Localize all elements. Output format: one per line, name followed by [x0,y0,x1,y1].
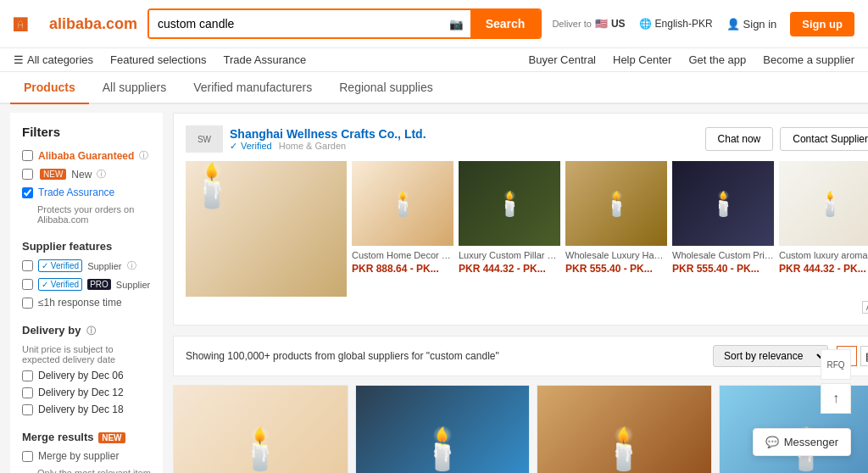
delivery-dec06[interactable]: Delivery by Dec 06 [22,370,151,381]
filter-verified-supplier-checkbox[interactable] [22,260,33,271]
filter-response-time-checkbox[interactable] [22,298,33,309]
nav-right: Buyer Central Help Center Get the app Be… [529,53,854,66]
filter-verified-pro-checkbox[interactable] [22,279,33,290]
product-2-image: 🕯️ [537,386,711,473]
filter-trade-assurance[interactable]: Trade Assurance [22,186,151,198]
nav-become-supplier[interactable]: Become a supplier [763,53,854,66]
deliver-label: Deliver to [552,19,591,29]
chat-now-button[interactable]: Chat now [705,127,774,151]
sign-up-button[interactable]: Sign up [790,12,854,36]
rfq-button[interactable]: RFQ [821,349,851,380]
user-icon: 👤 [726,18,740,31]
tab-regional-supplies[interactable]: Regional supplies [326,72,447,104]
thumb3-icon: 🕯️ [709,190,738,218]
nav-trade[interactable]: Trade Assurance [224,53,307,66]
delivery-note: Unit price is subject to expected delive… [22,344,151,364]
trade-assurance-note: Protects your orders on Alibaba.com [37,204,151,225]
verified-label: Verified [241,141,272,151]
supplier-details: Shanghai Wellness Crafts Co., Ltd. ✓ Ver… [230,127,426,152]
nav-all-categories[interactable]: ☰ All categories [14,53,93,66]
language-selector[interactable]: 🌐 English-PKR [639,18,713,30]
delivery-title: Delivery by ⓘ [22,324,151,337]
messenger-button[interactable]: 💬 Messenger [753,428,851,456]
supplier-product-1[interactable]: 🕯️ Luxury Custom Pillar Soy Wax Scented.… [459,161,560,297]
filter-alibaba-guaranteed-checkbox[interactable] [22,150,33,161]
delivery-dec18-checkbox[interactable] [22,404,33,415]
supplier-product-4-name: Custom luxury aroma gifts set scented so… [779,249,868,261]
delivery-dec12-checkbox[interactable] [22,387,33,398]
filter-response-time[interactable]: ≤1h response time [22,297,151,309]
delivery-dec18-label: Delivery by Dec 18 [38,403,124,415]
nav-buyer-central[interactable]: Buyer Central [529,53,596,66]
nav-help-center[interactable]: Help Center [613,53,671,66]
info-icon-guaranteed: ⓘ [139,149,148,162]
search-input[interactable] [149,10,442,37]
supplier-product-2[interactable]: 🕯️ Wholesale Luxury Handmade Scented... … [565,161,667,297]
nav-featured[interactable]: Featured selections [110,53,206,66]
search-button[interactable]: Search [470,10,541,37]
scroll-buttons: RFQ ↑ [821,349,851,414]
filter-merge-label: Merge by supplier [38,450,119,462]
logo[interactable]: 🅰 alibaba.com [14,13,137,35]
filter-alibaba-guaranteed[interactable]: Alibaba Guaranteed ⓘ [22,149,151,162]
filter-new[interactable]: NEW New ⓘ [22,168,151,181]
delivery-title-label: Delivery by [22,324,81,337]
candle-main-icon: 🕯️ [186,162,238,209]
product-card-1[interactable]: 🕯️ Private Label Soy Wax Scented Jar... … [355,385,531,473]
filter-new-checkbox[interactable] [22,169,33,180]
tab-products[interactable]: Products [10,72,89,104]
nav-all-categories-label: All categories [27,53,93,66]
verified-badge: ✓ Verified Home & Garden [230,141,426,152]
sort-select[interactable]: Sort by relevance Most popular Price: Lo… [713,345,828,367]
supplier-product-1-name: Luxury Custom Pillar Soy Wax Scented... [459,249,560,261]
supplier-product-0[interactable]: 🕯️ Custom Home Decor Glass Jar Fragrance… [352,161,453,297]
merge-new-badge: NEW [98,432,125,443]
scroll-up-button[interactable]: ↑ [821,383,851,414]
main-content: Filters Alibaba Guaranteed ⓘ NEW New ⓘ T… [0,104,868,473]
delivery-dec12[interactable]: Delivery by Dec 12 [22,387,151,398]
filter-verified-pro-supplier[interactable]: ✓ Verified PRO Supplier [22,278,151,291]
supplier-header: SW Shanghai Wellness Crafts Co., Ltd. ✓ … [186,125,868,153]
camera-button[interactable]: 📷 [442,18,470,31]
thumb1-icon: 🕯️ [495,190,525,218]
filter-merge-checkbox[interactable] [22,451,33,462]
list-view-button[interactable]: ▦ [860,346,868,366]
supplier-product-1-price: PKR 444.32 - PK... [459,263,560,275]
product-card-2[interactable]: 🕯️ CE Custom High Quality Home Fra... PK… [537,385,712,473]
contact-supplier-button[interactable]: Contact Supplier [780,127,868,151]
filter-verified-pro-label: Supplier [116,280,150,290]
supplier-category: Home & Garden [279,141,346,151]
filter-merge-by-supplier[interactable]: Merge by supplier [22,450,151,462]
product-card-0[interactable]: 🕯️ Luxury Candle Soy Wax Scented Jar Set… [173,385,348,473]
verified-check-icon: ✓ [230,141,237,152]
results-bar: Showing 100,000+ products from global su… [173,336,868,376]
supplier-product-3[interactable]: 🕯️ Wholesale Custom Private label Gift S… [672,161,774,297]
filter-verified-supplier[interactable]: ✓ Verified Supplier ⓘ [22,259,151,272]
sidebar: Filters Alibaba Guaranteed ⓘ NEW New ⓘ T… [10,113,163,473]
tab-verified-manufacturers[interactable]: Verified manufacturers [180,72,326,104]
sign-in-link[interactable]: 👤 Sign in [726,18,777,31]
supplier-product-4[interactable]: 🕯️ Custom luxury aroma gifts set scented… [779,161,868,297]
delivery-dec06-checkbox[interactable] [22,370,33,381]
product-1-image: 🕯️ [356,386,530,473]
supplier-product-3-price: PKR 555.40 - PK... [672,263,774,275]
merge-section: Merge results NEW Merge by supplier Only… [22,431,151,473]
tabs-section: Products All suppliers Verified manufact… [0,72,868,104]
merge-note: Only the most relevant item from each su… [37,468,151,473]
thumb0-icon: 🕯️ [388,190,418,218]
delivery-dec06-label: Delivery by Dec 06 [38,370,124,381]
nav-get-app[interactable]: Get the app [688,53,746,66]
filter-trade-assurance-checkbox[interactable] [22,187,33,198]
supplier-main-image[interactable]: 🕯️ [186,161,347,297]
nav-featured-label: Featured selections [110,53,206,66]
filter-section-general: Alibaba Guaranteed ⓘ NEW New ⓘ Trade Ass… [22,149,151,225]
header: 🅰 alibaba.com 📷 Search Deliver to 🇺🇸 US … [0,0,868,48]
supplier-name-link[interactable]: Shanghai Wellness Crafts Co., Ltd. [230,127,426,141]
filter-new-label: New [71,169,92,181]
nav-trade-label: Trade Assurance [224,53,307,66]
delivery-dec18[interactable]: Delivery by Dec 18 [22,403,151,415]
language-label: English-PKR [655,18,713,30]
menu-icon: ☰ [14,53,24,66]
delivery-section: Delivery by ⓘ Unit price is subject to e… [22,324,151,415]
tab-all-suppliers[interactable]: All suppliers [89,72,180,104]
